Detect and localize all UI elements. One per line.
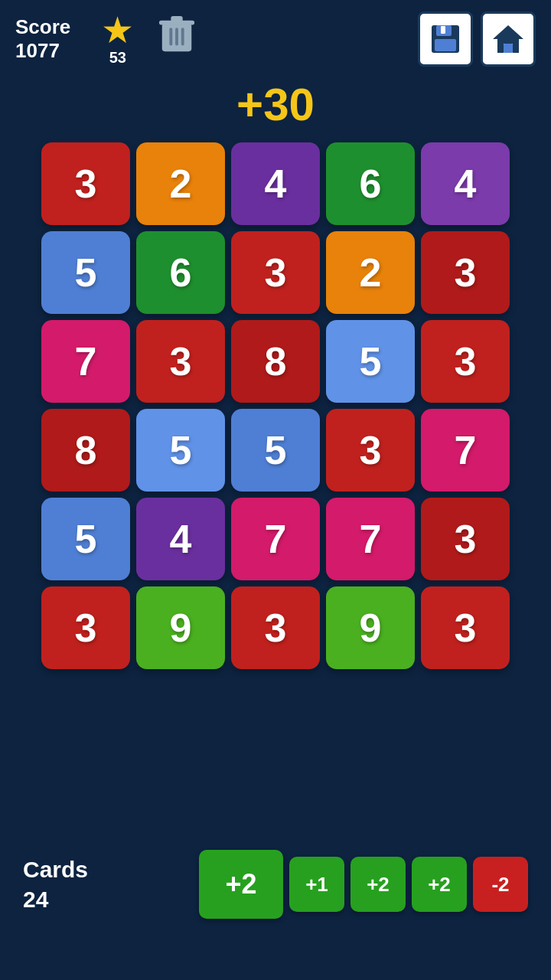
- card-0-3[interactable]: 6: [326, 142, 415, 225]
- card-grid: 324645632373853855375477339393: [0, 142, 551, 669]
- card-4-1[interactable]: 4: [136, 498, 225, 580]
- card-3-4[interactable]: 7: [421, 409, 510, 492]
- card-5-3[interactable]: 9: [326, 586, 415, 669]
- bonus-display: +30: [0, 78, 551, 131]
- action-card-1[interactable]: +1: [289, 857, 344, 912]
- card-3-2[interactable]: 5: [231, 409, 320, 492]
- card-0-4[interactable]: 4: [421, 142, 510, 225]
- card-4-3[interactable]: 7: [326, 498, 415, 580]
- header-buttons: [418, 11, 536, 67]
- card-2-3[interactable]: 5: [326, 320, 415, 403]
- action-card-0[interactable]: +2: [199, 850, 283, 919]
- card-3-3[interactable]: 3: [326, 409, 415, 492]
- grid-row-0: 32464: [41, 142, 510, 225]
- card-2-0[interactable]: 7: [41, 320, 130, 403]
- star-block: ★ 53: [101, 12, 134, 67]
- card-3-1[interactable]: 5: [136, 409, 225, 492]
- svg-rect-4: [175, 28, 178, 45]
- card-4-0[interactable]: 5: [41, 498, 130, 580]
- grid-row-4: 54773: [41, 498, 510, 580]
- star-count: 53: [109, 49, 126, 67]
- home-button[interactable]: [481, 11, 536, 67]
- score-block: Score 1077: [15, 15, 70, 63]
- card-5-2[interactable]: 3: [231, 586, 320, 669]
- header: Score 1077 ★ 53: [0, 0, 551, 74]
- action-card-4[interactable]: -2: [473, 857, 528, 912]
- card-5-0[interactable]: 3: [41, 586, 130, 669]
- card-0-2[interactable]: 4: [231, 142, 320, 225]
- svg-rect-9: [435, 39, 456, 51]
- card-4-4[interactable]: 3: [421, 498, 510, 580]
- svg-rect-11: [504, 44, 513, 53]
- card-1-2[interactable]: 3: [231, 231, 320, 314]
- svg-rect-3: [170, 28, 173, 45]
- grid-row-2: 73853: [41, 320, 510, 403]
- svg-rect-5: [181, 28, 184, 45]
- cards-info: Cards 24: [23, 854, 88, 914]
- action-card-3[interactable]: +2: [412, 857, 467, 912]
- bottom-section: Cards 24 +2+1+2+2-2: [0, 850, 551, 919]
- card-2-2[interactable]: 8: [231, 320, 320, 403]
- card-0-0[interactable]: 3: [41, 142, 130, 225]
- svg-rect-8: [441, 26, 445, 34]
- grid-row-3: 85537: [41, 409, 510, 492]
- card-5-1[interactable]: 9: [136, 586, 225, 669]
- card-4-2[interactable]: 7: [231, 498, 320, 580]
- card-3-0[interactable]: 8: [41, 409, 130, 492]
- cards-label: Cards: [23, 854, 88, 884]
- action-card-2[interactable]: +2: [350, 857, 406, 912]
- cards-count: 24: [23, 884, 88, 914]
- score-value: 1077: [15, 39, 70, 63]
- action-cards: +2+1+2+2-2: [199, 850, 528, 919]
- card-1-1[interactable]: 6: [136, 231, 225, 314]
- save-button[interactable]: [418, 11, 473, 67]
- card-1-0[interactable]: 5: [41, 231, 130, 314]
- card-5-4[interactable]: 3: [421, 586, 510, 669]
- trash-button[interactable]: [157, 15, 197, 64]
- star-icon: ★: [101, 12, 134, 49]
- card-2-1[interactable]: 3: [136, 320, 225, 403]
- card-1-3[interactable]: 2: [326, 231, 415, 314]
- card-0-1[interactable]: 2: [136, 142, 225, 225]
- card-1-4[interactable]: 3: [421, 231, 510, 314]
- card-2-4[interactable]: 3: [421, 320, 510, 403]
- grid-row-1: 56323: [41, 231, 510, 314]
- svg-rect-2: [171, 16, 183, 22]
- grid-row-5: 39393: [41, 586, 510, 669]
- score-label: Score: [15, 15, 70, 39]
